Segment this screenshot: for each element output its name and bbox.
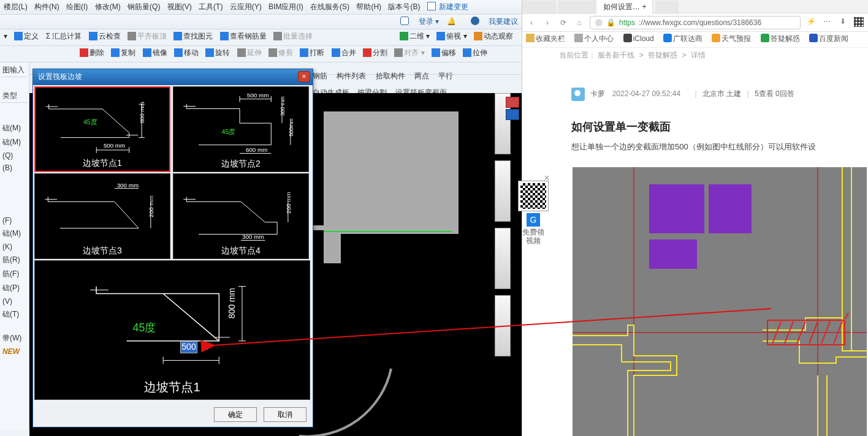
- suggestion-button[interactable]: 我要建议: [465, 17, 518, 26]
- url-rest: ://www.fwxgx.com/questions/3186636: [639, 18, 761, 27]
- two-point-button[interactable]: 两点: [414, 72, 429, 80]
- qr-close-button[interactable]: ×: [542, 174, 552, 184]
- menu-modify[interactable]: 修改(M): [95, 2, 121, 11]
- move-button[interactable]: 移动: [174, 48, 199, 58]
- download-icon[interactable]: ⬇: [837, 17, 848, 28]
- offset-button[interactable]: 偏移: [432, 48, 456, 58]
- menu-draw[interactable]: 绘图(I): [66, 2, 88, 11]
- left-item[interactable]: 础(M): [1, 121, 28, 135]
- left-item[interactable]: 带(W): [1, 331, 28, 345]
- orbit-button[interactable]: 动态观察: [474, 31, 513, 42]
- bookmark-folder[interactable]: 收藏夹栏: [526, 34, 565, 43]
- pick-comp-button[interactable]: 拾取构件: [376, 72, 405, 80]
- bookmark-glodon[interactable]: 广联达商: [663, 34, 702, 43]
- back-button[interactable]: ‹: [526, 17, 537, 28]
- extend-button[interactable]: 延伸: [237, 48, 262, 58]
- more-icon[interactable]: ⋯: [821, 17, 832, 28]
- define-button[interactable]: 定义: [14, 31, 39, 42]
- batch-select-button[interactable]: 批量选择: [273, 31, 313, 42]
- navigator-pane-toggle[interactable]: [506, 97, 520, 124]
- trim-button[interactable]: 修剪: [268, 48, 293, 58]
- folder-icon: [526, 34, 535, 42]
- dim-input-500[interactable]: 500: [180, 341, 197, 353]
- flash-icon[interactable]: ⚡: [805, 17, 817, 28]
- home-button[interactable]: ⌂: [574, 17, 585, 28]
- left-item-new[interactable]: NEW: [1, 345, 28, 358]
- bookmark-icloud[interactable]: iCloud: [623, 34, 654, 43]
- left-item[interactable]: 筋(R): [1, 253, 28, 267]
- browser-tab-active[interactable]: 如何设置… +: [597, 0, 653, 13]
- copy-button[interactable]: 复制: [111, 48, 135, 58]
- trim-icon: [268, 48, 277, 57]
- dialog-title-bar[interactable]: 设置筏板边坡 ×: [33, 69, 313, 85]
- left-item[interactable]: 础(P): [1, 281, 28, 295]
- url-box[interactable]: 🔒 https://www.fwxgx.com/questions/318663…: [590, 16, 801, 29]
- align-button[interactable]: 对齐 ▾: [394, 48, 424, 58]
- menu-bim[interactable]: BIM应用(I): [268, 2, 303, 11]
- left-item[interactable]: (F): [1, 214, 28, 227]
- left-item[interactable]: 筋(F): [1, 267, 28, 281]
- menu-online[interactable]: 在线服务(S): [310, 2, 349, 11]
- menu-floor[interactable]: 楼层(L): [4, 2, 28, 11]
- crumb-item[interactable]: 答疑解惑: [648, 51, 677, 59]
- browser-tab[interactable]: [522, 1, 555, 14]
- ok-button[interactable]: 确定: [214, 407, 257, 422]
- mirror-button[interactable]: 镜像: [143, 48, 167, 58]
- crumb-item[interactable]: 服务新干线: [598, 51, 634, 59]
- slope-node-2[interactable]: 45度 500 mm 600 mm 300 mm 600mm 边坡节点2: [173, 86, 309, 172]
- menu-tools[interactable]: 工具(T): [199, 2, 223, 11]
- menu-help[interactable]: 帮助(H): [356, 2, 381, 11]
- left-item[interactable]: 础(T): [1, 307, 28, 321]
- find-button[interactable]: 查找图元: [173, 31, 213, 42]
- forward-button[interactable]: ›: [542, 17, 553, 28]
- bookmark-personal[interactable]: 个人中心: [574, 34, 614, 43]
- menu-view[interactable]: 视图(V): [167, 2, 192, 11]
- level-top-button[interactable]: 平齐板顶: [128, 31, 167, 42]
- break-button[interactable]: 打断: [300, 48, 324, 58]
- left-item[interactable]: (K): [1, 241, 28, 253]
- new-change-button[interactable]: 新建变更: [427, 2, 468, 11]
- browser: 如何设置… + ‹ › ⟳ ⌂ 🔒 https://www.fwxgx.com/…: [522, 0, 868, 436]
- browser-tab[interactable]: [558, 1, 595, 14]
- stretch-button[interactable]: 拉伸: [463, 48, 487, 58]
- parallel-button[interactable]: 平行: [438, 72, 453, 80]
- view2d-icon: [400, 32, 408, 40]
- menu-cloud[interactable]: 云应用(Y): [230, 2, 262, 11]
- left-item[interactable]: 础(M): [1, 135, 28, 149]
- slope-node-3[interactable]: 300 mm 200 mm 边坡节点3: [34, 173, 170, 259]
- bookmark-weather[interactable]: 天气预报: [712, 34, 751, 43]
- left-item[interactable]: (V): [1, 295, 28, 307]
- left-item[interactable]: (B): [1, 162, 28, 174]
- view2d-button[interactable]: 二维 ▾: [400, 31, 430, 42]
- left-item[interactable]: 础(M): [1, 227, 28, 241]
- rebar-qty-button[interactable]: 查看钢筋量: [220, 31, 267, 42]
- rotate-button[interactable]: 旋转: [205, 48, 230, 58]
- delete-button[interactable]: 删除: [80, 48, 104, 58]
- bookmark-baidu[interactable]: 百度新闻: [809, 34, 848, 43]
- author-name[interactable]: 卡萝: [590, 89, 605, 98]
- topview-button[interactable]: 俯视 ▾: [436, 31, 466, 42]
- apps-grid-icon[interactable]: [853, 17, 864, 28]
- split-button[interactable]: 分割: [363, 48, 387, 58]
- login-button[interactable]: 登录 ▾: [394, 17, 441, 26]
- menu-version[interactable]: 版本号(B): [388, 2, 420, 11]
- sum-button[interactable]: Σ 汇总计算: [46, 31, 82, 42]
- dropdown-small[interactable]: ▾: [4, 32, 7, 40]
- left-item[interactable]: (Q): [1, 149, 28, 162]
- notification-bell-icon[interactable]: 🔔: [447, 17, 456, 26]
- menu-rebar[interactable]: 钢筋量(Q): [128, 2, 160, 11]
- cloud-check-button[interactable]: 云检查: [89, 31, 121, 42]
- cancel-button[interactable]: 取消: [264, 407, 306, 422]
- rebar-tab-button[interactable]: 钢筋: [313, 72, 327, 80]
- menu-component[interactable]: 构件(N): [34, 2, 59, 11]
- browser-tab[interactable]: [655, 1, 679, 14]
- reload-button[interactable]: ⟳: [558, 17, 569, 28]
- slope-node-1[interactable]: 45度 500 mm 800 mm 边坡节点1: [34, 86, 170, 172]
- crumb-item[interactable]: 详情: [691, 51, 706, 59]
- comp-list-button[interactable]: 构件列表: [337, 72, 366, 80]
- weather-icon: [712, 34, 720, 42]
- dialog-close-button[interactable]: ×: [298, 71, 310, 82]
- slope-node-4[interactable]: 300 mm 200 mm 边坡节点4: [173, 173, 309, 259]
- bookmark-answers[interactable]: 答疑解惑: [761, 34, 800, 43]
- merge-button[interactable]: 合并: [332, 48, 356, 58]
